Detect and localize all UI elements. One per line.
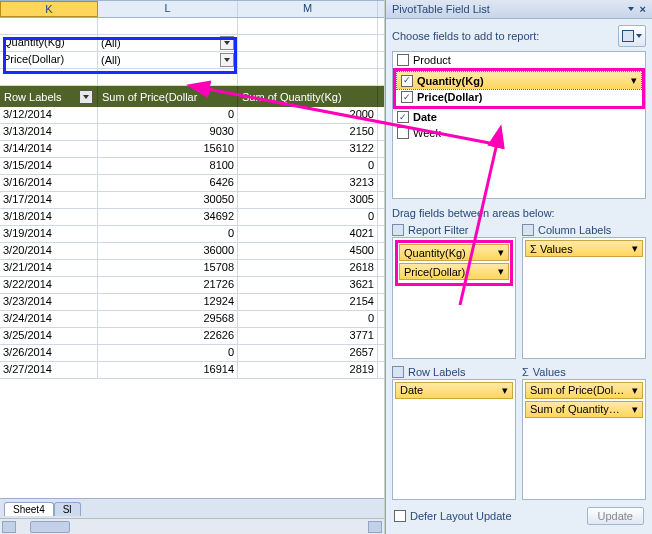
cell-date[interactable]: 3/23/2014 bbox=[0, 294, 98, 310]
cell-date[interactable]: 3/17/2014 bbox=[0, 192, 98, 208]
cell-price[interactable]: 30050 bbox=[98, 192, 238, 208]
cell-price[interactable]: 21726 bbox=[98, 277, 238, 293]
rowlabels-dropdown-icon[interactable] bbox=[79, 90, 93, 104]
defer-layout-checkbox[interactable]: Defer Layout Update bbox=[394, 510, 512, 522]
scroll-left-icon[interactable] bbox=[2, 521, 16, 533]
column-header-l[interactable]: L bbox=[98, 1, 238, 17]
cell-qty[interactable]: 2000 bbox=[238, 107, 378, 123]
filter-dropdown-icon[interactable] bbox=[220, 53, 234, 67]
table-row[interactable]: 3/20/2014360004500 bbox=[0, 243, 384, 260]
cell-price[interactable]: 8100 bbox=[98, 158, 238, 174]
table-row[interactable]: 3/23/2014129242154 bbox=[0, 294, 384, 311]
table-row[interactable]: 3/13/201490302150 bbox=[0, 124, 384, 141]
checkbox-checked[interactable]: ✓ bbox=[397, 111, 409, 123]
pill-values[interactable]: Σ Values▾ bbox=[525, 240, 643, 257]
cell-price[interactable]: 15610 bbox=[98, 141, 238, 157]
cell-date[interactable]: 3/16/2014 bbox=[0, 175, 98, 191]
cell-date[interactable]: 3/24/2014 bbox=[0, 311, 98, 327]
cell-date[interactable]: 3/25/2014 bbox=[0, 328, 98, 344]
field-item-week[interactable]: Week bbox=[393, 125, 645, 141]
cell-date[interactable]: 3/26/2014 bbox=[0, 345, 98, 361]
cell-price[interactable]: 9030 bbox=[98, 124, 238, 140]
cell-price[interactable]: 22626 bbox=[98, 328, 238, 344]
field-item-date[interactable]: ✓ Date bbox=[393, 109, 645, 125]
column-header-k[interactable]: K bbox=[0, 1, 98, 17]
cell-qty[interactable]: 0 bbox=[238, 209, 378, 225]
table-row[interactable]: 3/25/2014226263771 bbox=[0, 328, 384, 345]
table-row[interactable]: 3/19/201404021 bbox=[0, 226, 384, 243]
cell-qty[interactable]: 0 bbox=[238, 311, 378, 327]
cell-qty[interactable]: 3213 bbox=[238, 175, 378, 191]
field-item-price[interactable]: ✓ Price(Dollar) bbox=[397, 89, 641, 105]
horizontal-scrollbar[interactable] bbox=[0, 518, 384, 534]
sheet-tab-active[interactable]: Sheet4 bbox=[4, 502, 54, 516]
cell-price[interactable]: 16914 bbox=[98, 362, 238, 378]
pill-quantity[interactable]: Quantity(Kg)▾ bbox=[399, 244, 509, 261]
scroll-thumb[interactable] bbox=[30, 521, 70, 533]
cell-price[interactable]: 12924 bbox=[98, 294, 238, 310]
cell-qty[interactable]: 2150 bbox=[238, 124, 378, 140]
pill-sum-price[interactable]: Sum of Price(Dol…▾ bbox=[525, 382, 643, 399]
field-item-quantity[interactable]: ✓ Quantity(Kg) ▾ bbox=[397, 72, 641, 89]
cell-price[interactable]: 34692 bbox=[98, 209, 238, 225]
table-row[interactable]: 3/15/201481000 bbox=[0, 158, 384, 175]
table-row[interactable]: 3/12/201402000 bbox=[0, 107, 384, 124]
table-row[interactable]: 3/16/201464263213 bbox=[0, 175, 384, 192]
cell-date[interactable]: 3/21/2014 bbox=[0, 260, 98, 276]
pill-price[interactable]: Price(Dollar)▾ bbox=[399, 263, 509, 280]
table-row[interactable]: 3/21/2014157082618 bbox=[0, 260, 384, 277]
column-header-m[interactable]: M bbox=[238, 1, 378, 17]
cell-date[interactable]: 3/13/2014 bbox=[0, 124, 98, 140]
drop-row-labels[interactable]: Date▾ bbox=[392, 379, 516, 501]
table-row[interactable]: 3/27/2014169142819 bbox=[0, 362, 384, 379]
checkbox-unchecked[interactable] bbox=[397, 127, 409, 139]
table-row[interactable]: 3/18/2014346920 bbox=[0, 209, 384, 226]
drop-column-labels[interactable]: Σ Values▾ bbox=[522, 237, 646, 359]
drop-report-filter[interactable]: Quantity(Kg)▾ Price(Dollar)▾ bbox=[392, 237, 516, 359]
checkbox-unchecked[interactable] bbox=[394, 510, 406, 522]
sheet-tab[interactable]: Sl bbox=[54, 502, 81, 516]
scroll-right-icon[interactable] bbox=[368, 521, 382, 533]
cell-price[interactable]: 0 bbox=[98, 226, 238, 242]
cell-qty[interactable]: 4500 bbox=[238, 243, 378, 259]
cell-price[interactable]: 6426 bbox=[98, 175, 238, 191]
drop-values[interactable]: Sum of Price(Dol…▾ Sum of Quantity…▾ bbox=[522, 379, 646, 501]
cell-qty[interactable]: 2819 bbox=[238, 362, 378, 378]
cell-qty[interactable]: 3005 bbox=[238, 192, 378, 208]
cell-date[interactable]: 3/27/2014 bbox=[0, 362, 98, 378]
field-item-product[interactable]: Product bbox=[393, 52, 645, 68]
update-button[interactable]: Update bbox=[587, 507, 644, 525]
table-row[interactable]: 3/24/2014295680 bbox=[0, 311, 384, 328]
table-row[interactable]: 3/14/2014156103122 bbox=[0, 141, 384, 158]
cell-qty[interactable]: 3771 bbox=[238, 328, 378, 344]
cell-qty[interactable]: 0 bbox=[238, 158, 378, 174]
checkbox-checked[interactable]: ✓ bbox=[401, 75, 413, 87]
checkbox-unchecked[interactable] bbox=[397, 54, 409, 66]
cell-price[interactable]: 29568 bbox=[98, 311, 238, 327]
cell-date[interactable]: 3/19/2014 bbox=[0, 226, 98, 242]
pivot-header-rowlabels[interactable]: Row Labels bbox=[0, 86, 98, 107]
table-row[interactable]: 3/26/201402657 bbox=[0, 345, 384, 362]
cell-date[interactable]: 3/12/2014 bbox=[0, 107, 98, 123]
cell-price[interactable]: 0 bbox=[98, 345, 238, 361]
table-row[interactable]: 3/17/2014300503005 bbox=[0, 192, 384, 209]
cell-qty[interactable]: 4021 bbox=[238, 226, 378, 242]
cell-price[interactable]: 36000 bbox=[98, 243, 238, 259]
cell-qty[interactable]: 3621 bbox=[238, 277, 378, 293]
cell-date[interactable]: 3/14/2014 bbox=[0, 141, 98, 157]
layout-options-button[interactable] bbox=[618, 25, 646, 47]
cell-qty[interactable]: 2154 bbox=[238, 294, 378, 310]
cell-date[interactable]: 3/18/2014 bbox=[0, 209, 98, 225]
cell-qty[interactable]: 2657 bbox=[238, 345, 378, 361]
filter-dropdown-icon[interactable] bbox=[220, 36, 234, 50]
chevron-down-icon[interactable] bbox=[628, 7, 634, 11]
checkbox-checked[interactable]: ✓ bbox=[401, 91, 413, 103]
panel-titlebar[interactable]: PivotTable Field List × bbox=[386, 0, 652, 19]
close-icon[interactable]: × bbox=[640, 3, 646, 15]
cell-date[interactable]: 3/20/2014 bbox=[0, 243, 98, 259]
pill-sum-quantity[interactable]: Sum of Quantity…▾ bbox=[525, 401, 643, 418]
table-row[interactable]: 3/22/2014217263621 bbox=[0, 277, 384, 294]
cell-price[interactable]: 15708 bbox=[98, 260, 238, 276]
pill-date[interactable]: Date▾ bbox=[395, 382, 513, 399]
cell-price[interactable]: 0 bbox=[98, 107, 238, 123]
